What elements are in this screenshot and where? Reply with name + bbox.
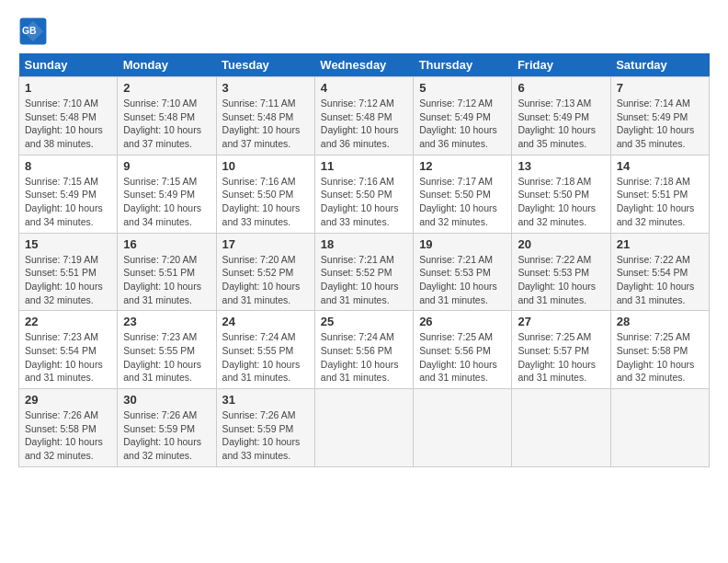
week-row-2: 8Sunrise: 7:15 AM Sunset: 5:49 PM Daylig… bbox=[19, 155, 710, 233]
week-row-4: 22Sunrise: 7:23 AM Sunset: 5:54 PM Dayli… bbox=[19, 311, 710, 389]
day-info: Sunrise: 7:22 AM Sunset: 5:53 PM Dayligh… bbox=[518, 253, 604, 307]
calendar-cell: 12Sunrise: 7:17 AM Sunset: 5:50 PM Dayli… bbox=[414, 155, 512, 233]
logo-icon: GB bbox=[18, 17, 48, 46]
day-info: Sunrise: 7:16 AM Sunset: 5:50 PM Dayligh… bbox=[222, 175, 309, 229]
day-number: 27 bbox=[518, 315, 604, 328]
day-number: 18 bbox=[321, 237, 407, 251]
calendar-cell: 8Sunrise: 7:15 AM Sunset: 5:49 PM Daylig… bbox=[19, 155, 118, 233]
day-info: Sunrise: 7:24 AM Sunset: 5:55 PM Dayligh… bbox=[222, 330, 309, 385]
day-info: Sunrise: 7:20 AM Sunset: 5:52 PM Dayligh… bbox=[222, 253, 309, 307]
day-number: 5 bbox=[419, 81, 506, 95]
header-saturday: Saturday bbox=[610, 53, 709, 77]
day-number: 15 bbox=[25, 237, 111, 251]
day-info: Sunrise: 7:10 AM Sunset: 5:48 PM Dayligh… bbox=[25, 97, 111, 151]
day-number: 31 bbox=[222, 393, 309, 407]
day-info: Sunrise: 7:14 AM Sunset: 5:49 PM Dayligh… bbox=[617, 97, 703, 151]
day-info: Sunrise: 7:21 AM Sunset: 5:53 PM Dayligh… bbox=[419, 253, 506, 307]
day-number: 2 bbox=[123, 81, 210, 95]
day-info: Sunrise: 7:21 AM Sunset: 5:52 PM Dayligh… bbox=[321, 253, 407, 307]
calendar-cell: 25Sunrise: 7:24 AM Sunset: 5:56 PM Dayli… bbox=[314, 311, 413, 389]
calendar-cell: 16Sunrise: 7:20 AM Sunset: 5:51 PM Dayli… bbox=[118, 233, 216, 311]
calendar-cell: 3Sunrise: 7:11 AM Sunset: 5:48 PM Daylig… bbox=[216, 77, 314, 155]
day-info: Sunrise: 7:15 AM Sunset: 5:49 PM Dayligh… bbox=[123, 175, 210, 229]
day-info: Sunrise: 7:12 AM Sunset: 5:49 PM Dayligh… bbox=[419, 97, 506, 151]
day-info: Sunrise: 7:15 AM Sunset: 5:49 PM Dayligh… bbox=[25, 175, 111, 229]
week-row-3: 15Sunrise: 7:19 AM Sunset: 5:51 PM Dayli… bbox=[19, 233, 710, 311]
svg-text:GB: GB bbox=[22, 26, 37, 36]
calendar-cell: 10Sunrise: 7:16 AM Sunset: 5:50 PM Dayli… bbox=[216, 155, 314, 233]
day-info: Sunrise: 7:23 AM Sunset: 5:54 PM Dayligh… bbox=[25, 330, 111, 385]
day-number: 13 bbox=[518, 159, 604, 173]
day-number: 11 bbox=[321, 159, 407, 173]
day-info: Sunrise: 7:26 AM Sunset: 5:59 PM Dayligh… bbox=[222, 408, 309, 463]
day-info: Sunrise: 7:18 AM Sunset: 5:51 PM Dayligh… bbox=[617, 175, 703, 229]
day-info: Sunrise: 7:25 AM Sunset: 5:56 PM Dayligh… bbox=[419, 330, 506, 385]
calendar-cell: 30Sunrise: 7:26 AM Sunset: 5:59 PM Dayli… bbox=[118, 389, 216, 467]
header-sunday: Sunday bbox=[19, 53, 118, 77]
page-container: GB SundayMondayTuesdayWednesdayThursdayF… bbox=[0, 0, 728, 477]
day-info: Sunrise: 7:26 AM Sunset: 5:58 PM Dayligh… bbox=[25, 408, 111, 463]
week-row-5: 29Sunrise: 7:26 AM Sunset: 5:58 PM Dayli… bbox=[19, 389, 710, 467]
day-number: 26 bbox=[419, 315, 506, 328]
day-number: 24 bbox=[222, 315, 309, 328]
day-number: 12 bbox=[419, 159, 506, 173]
logo: GB bbox=[18, 17, 50, 46]
day-info: Sunrise: 7:25 AM Sunset: 5:57 PM Dayligh… bbox=[518, 330, 604, 385]
calendar-cell bbox=[314, 389, 413, 467]
day-info: Sunrise: 7:12 AM Sunset: 5:48 PM Dayligh… bbox=[321, 97, 407, 151]
calendar-cell: 15Sunrise: 7:19 AM Sunset: 5:51 PM Dayli… bbox=[19, 233, 118, 311]
header-row: SundayMondayTuesdayWednesdayThursdayFrid… bbox=[19, 53, 710, 77]
calendar-cell: 9Sunrise: 7:15 AM Sunset: 5:49 PM Daylig… bbox=[118, 155, 216, 233]
day-info: Sunrise: 7:25 AM Sunset: 5:58 PM Dayligh… bbox=[617, 330, 703, 385]
calendar-cell: 13Sunrise: 7:18 AM Sunset: 5:50 PM Dayli… bbox=[512, 155, 610, 233]
calendar-cell: 14Sunrise: 7:18 AM Sunset: 5:51 PM Dayli… bbox=[610, 155, 709, 233]
calendar-cell: 18Sunrise: 7:21 AM Sunset: 5:52 PM Dayli… bbox=[314, 233, 413, 311]
day-number: 6 bbox=[518, 81, 604, 95]
calendar-cell bbox=[512, 389, 610, 467]
day-info: Sunrise: 7:18 AM Sunset: 5:50 PM Dayligh… bbox=[518, 175, 604, 229]
day-number: 16 bbox=[123, 237, 210, 251]
day-number: 1 bbox=[25, 81, 111, 95]
day-info: Sunrise: 7:26 AM Sunset: 5:59 PM Dayligh… bbox=[123, 408, 210, 463]
day-number: 3 bbox=[222, 81, 309, 95]
calendar-cell: 22Sunrise: 7:23 AM Sunset: 5:54 PM Dayli… bbox=[19, 311, 118, 389]
header-monday: Monday bbox=[118, 53, 216, 77]
day-info: Sunrise: 7:22 AM Sunset: 5:54 PM Dayligh… bbox=[617, 253, 703, 307]
calendar-cell: 31Sunrise: 7:26 AM Sunset: 5:59 PM Dayli… bbox=[216, 389, 314, 467]
calendar-cell: 11Sunrise: 7:16 AM Sunset: 5:50 PM Dayli… bbox=[314, 155, 413, 233]
calendar-cell: 5Sunrise: 7:12 AM Sunset: 5:49 PM Daylig… bbox=[414, 77, 512, 155]
day-info: Sunrise: 7:16 AM Sunset: 5:50 PM Dayligh… bbox=[321, 175, 407, 229]
day-number: 4 bbox=[321, 81, 407, 95]
day-number: 10 bbox=[222, 159, 309, 173]
day-info: Sunrise: 7:19 AM Sunset: 5:51 PM Dayligh… bbox=[25, 253, 111, 307]
header-wednesday: Wednesday bbox=[314, 53, 413, 77]
calendar-cell: 17Sunrise: 7:20 AM Sunset: 5:52 PM Dayli… bbox=[216, 233, 314, 311]
day-number: 20 bbox=[518, 237, 604, 251]
calendar-cell: 21Sunrise: 7:22 AM Sunset: 5:54 PM Dayli… bbox=[610, 233, 709, 311]
day-number: 17 bbox=[222, 237, 309, 251]
day-number: 7 bbox=[617, 81, 703, 95]
calendar-cell: 20Sunrise: 7:22 AM Sunset: 5:53 PM Dayli… bbox=[512, 233, 610, 311]
header-thursday: Thursday bbox=[414, 53, 512, 77]
day-number: 9 bbox=[123, 159, 210, 173]
calendar-cell bbox=[414, 389, 512, 467]
day-number: 8 bbox=[25, 159, 111, 173]
day-info: Sunrise: 7:24 AM Sunset: 5:56 PM Dayligh… bbox=[321, 330, 407, 385]
calendar-cell: 24Sunrise: 7:24 AM Sunset: 5:55 PM Dayli… bbox=[216, 311, 314, 389]
day-number: 14 bbox=[617, 159, 703, 173]
header-friday: Friday bbox=[512, 53, 610, 77]
day-info: Sunrise: 7:10 AM Sunset: 5:48 PM Dayligh… bbox=[123, 97, 210, 151]
calendar-cell: 27Sunrise: 7:25 AM Sunset: 5:57 PM Dayli… bbox=[512, 311, 610, 389]
calendar-cell bbox=[610, 389, 709, 467]
calendar-table: SundayMondayTuesdayWednesdayThursdayFrid… bbox=[18, 53, 710, 467]
day-number: 19 bbox=[419, 237, 506, 251]
day-info: Sunrise: 7:13 AM Sunset: 5:49 PM Dayligh… bbox=[518, 97, 604, 151]
day-number: 28 bbox=[617, 315, 703, 328]
week-row-1: 1Sunrise: 7:10 AM Sunset: 5:48 PM Daylig… bbox=[19, 77, 710, 155]
day-number: 30 bbox=[123, 393, 210, 407]
calendar-cell: 2Sunrise: 7:10 AM Sunset: 5:48 PM Daylig… bbox=[118, 77, 216, 155]
calendar-cell: 26Sunrise: 7:25 AM Sunset: 5:56 PM Dayli… bbox=[414, 311, 512, 389]
day-info: Sunrise: 7:20 AM Sunset: 5:51 PM Dayligh… bbox=[123, 253, 210, 307]
calendar-cell: 4Sunrise: 7:12 AM Sunset: 5:48 PM Daylig… bbox=[314, 77, 413, 155]
calendar-cell: 23Sunrise: 7:23 AM Sunset: 5:55 PM Dayli… bbox=[118, 311, 216, 389]
